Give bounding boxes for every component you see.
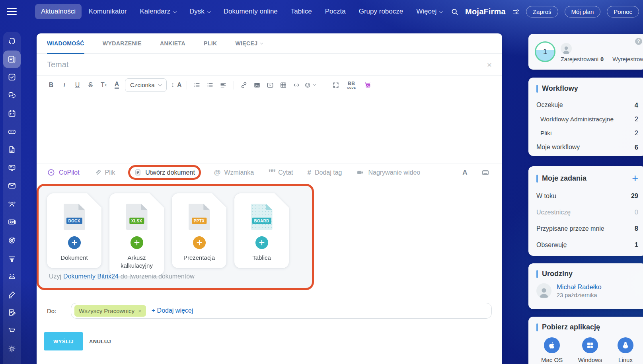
employees-icon[interactable] — [3, 195, 21, 213]
market-icon[interactable] — [3, 322, 21, 339]
workflow-row-files[interactable]: Pliki2 — [536, 126, 638, 140]
create-pptx-card[interactable]: PPTX Prezentacja — [172, 193, 226, 268]
cancel-button[interactable]: ANULUJ — [89, 339, 111, 345]
add-task-icon[interactable]: + — [632, 173, 638, 184]
add-more-recipients-link[interactable]: + Dodaj więcej — [152, 307, 193, 314]
file-attach-button[interactable]: Plik — [94, 169, 115, 176]
nav-item-more[interactable]: Więcej — [410, 4, 448, 19]
task-row-following[interactable]: Obserwuję1 — [536, 237, 638, 253]
tab-message[interactable]: WIADOMOŚĆ — [47, 33, 84, 53]
create-document-button[interactable]: Utwórz dokument — [134, 169, 195, 176]
font-size-button[interactable]: A — [170, 78, 183, 92]
emoji-button[interactable] — [303, 78, 316, 92]
invite-button[interactable]: Zaproś — [526, 6, 558, 18]
calendar-icon[interactable] — [3, 105, 21, 122]
workflow-row-my[interactable]: Moje workflowy6 — [536, 140, 638, 154]
link-button[interactable] — [238, 78, 251, 92]
nav-item-workgroups[interactable]: Grupy robocze — [353, 4, 409, 19]
mention-button[interactable]: @ Wzmianka — [214, 169, 254, 177]
nav-item-boards[interactable]: Tablice — [285, 4, 318, 19]
bitrix24-docs-link[interactable]: Dokumenty Bitrix24 — [63, 273, 119, 280]
add-tag-button[interactable]: # Dodaj tag — [307, 169, 342, 177]
help-button[interactable]: Pomoc — [607, 6, 639, 18]
birthday-name-link[interactable]: Michał Radełko — [557, 283, 602, 291]
nav-item-calendar[interactable]: Kalendarz — [134, 4, 182, 19]
bold-button[interactable]: B — [45, 78, 58, 92]
insert-image-button[interactable] — [251, 78, 264, 92]
italic-button[interactable]: I — [58, 78, 71, 92]
bullet-list-button[interactable] — [204, 78, 217, 92]
plus-icon[interactable] — [131, 236, 143, 249]
download-macos-button[interactable]: Mac OS — [541, 337, 563, 363]
marketing-icon[interactable] — [3, 232, 21, 249]
birthday-person[interactable]: Michał Radełko 23 października — [536, 283, 638, 298]
nav-item-online-docs[interactable]: Dokumenty online — [218, 4, 284, 19]
smart-docs-icon[interactable] — [3, 304, 21, 321]
subject-input[interactable]: Temat — [47, 60, 68, 69]
hamburger-menu-icon[interactable] — [7, 8, 17, 15]
underline-button[interactable]: U — [71, 78, 84, 92]
my-plan-button[interactable]: Mój plan — [565, 6, 601, 18]
text-color-button[interactable]: A — [110, 78, 123, 92]
settings-gear-icon[interactable] — [3, 340, 21, 358]
close-icon[interactable]: × — [487, 60, 492, 69]
insert-video-button[interactable] — [264, 78, 277, 92]
nav-item-messenger[interactable]: Komunikator — [83, 4, 132, 19]
plus-icon[interactable] — [193, 236, 206, 249]
bbcode-button[interactable]: BB CODE — [345, 78, 358, 92]
plus-icon[interactable] — [255, 236, 268, 249]
tab-file[interactable]: PLIK — [204, 33, 217, 53]
send-button[interactable]: WYŚLIJ — [44, 332, 83, 350]
video-record-button[interactable]: Nagrywanie wideo — [356, 168, 420, 177]
mail-icon[interactable] — [3, 177, 21, 195]
align-button[interactable] — [217, 78, 230, 92]
automation-icon[interactable] — [3, 268, 21, 285]
font-family-select[interactable]: Czcionka — [125, 78, 167, 92]
help-icon[interactable]: ? — [635, 38, 642, 45]
messenger-icon[interactable] — [3, 87, 21, 104]
plus-icon[interactable] — [68, 236, 81, 249]
insert-table-button[interactable] — [277, 78, 290, 92]
tab-more[interactable]: WIĘCEJ — [235, 33, 262, 53]
nav-item-news[interactable]: Aktualności — [35, 4, 82, 19]
remove-tag-icon[interactable]: × — [138, 308, 142, 314]
nav-item-drive[interactable]: Dysk — [183, 4, 216, 19]
clear-format-button[interactable]: Tx — [97, 78, 110, 92]
portal-settings-sliders-icon[interactable] — [512, 8, 520, 16]
recipient-tag[interactable]: Wszyscy Pracownicy × — [74, 305, 146, 317]
create-board-card[interactable]: BOARD Tablica — [234, 193, 289, 268]
tab-event[interactable]: WYDARZENIE — [103, 33, 142, 53]
drive-icon[interactable] — [3, 123, 21, 140]
task-row-assigned-by-me[interactable]: Przypisane przeze mnie8 — [536, 220, 638, 237]
task-row-participating[interactable]: Uczestniczę0 — [536, 204, 638, 220]
recipients-input[interactable]: Wszyscy Pracownicy × + Dodaj więcej — [71, 303, 492, 319]
copilot-attach-button[interactable]: CoPilot — [47, 168, 80, 177]
text-mode-button[interactable]: A — [458, 166, 472, 179]
e-sign-icon[interactable] — [3, 286, 21, 303]
whiteboard-icon[interactable] — [3, 159, 21, 177]
documents-icon[interactable] — [3, 141, 21, 158]
quote-button[interactable]: ”” Cytat — [268, 169, 293, 176]
news-feed-icon[interactable] — [3, 51, 21, 68]
tasks-icon[interactable] — [3, 68, 21, 86]
tab-poll[interactable]: ANKIETA — [160, 33, 185, 53]
copilot-icon[interactable] — [3, 32, 21, 50]
workflow-row-pending[interactable]: Oczekuje4 — [536, 98, 638, 112]
portal-name[interactable]: MojaFirma — [465, 7, 506, 16]
download-windows-button[interactable]: Windows — [578, 337, 602, 363]
ai-image-button[interactable] — [361, 78, 374, 92]
message-body-editor[interactable] — [37, 94, 502, 163]
ordered-list-button[interactable] — [191, 78, 204, 92]
download-linux-button[interactable]: Linux — [618, 337, 633, 363]
editor-panel-toggle-icon[interactable] — [479, 166, 492, 179]
workflow-row-admin[interactable]: Workflowy Administracyjne2 — [536, 112, 638, 126]
create-xlsx-card[interactable]: XLSX Arkusz kalkulacyjny — [109, 193, 164, 276]
sales-funnel-icon[interactable] — [3, 249, 21, 267]
insert-code-button[interactable] — [290, 78, 303, 92]
nav-item-mail[interactable]: Poczta — [319, 4, 352, 19]
search-icon[interactable] — [450, 8, 459, 16]
fullscreen-button[interactable] — [329, 78, 343, 92]
create-docx-card[interactable]: DOCX Dokument — [47, 193, 101, 268]
crm-icon[interactable] — [3, 213, 21, 231]
strikethrough-button[interactable]: S — [84, 78, 97, 92]
